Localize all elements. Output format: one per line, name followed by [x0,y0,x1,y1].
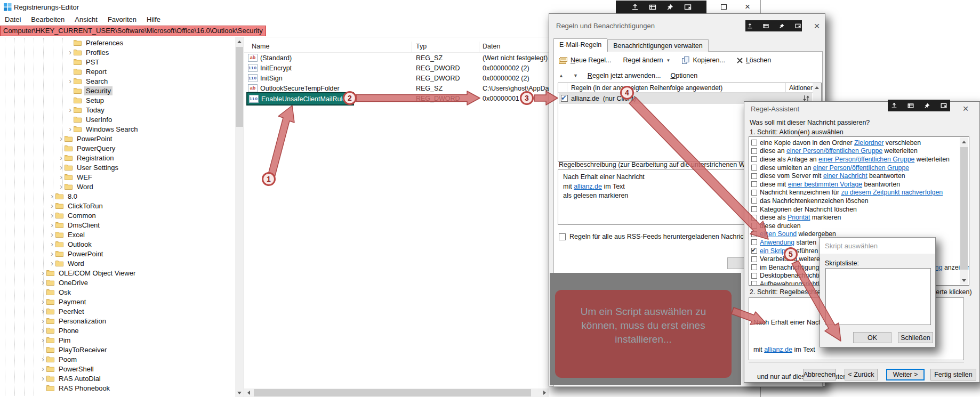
tree-item[interactable]: › Word [1,258,235,268]
expander-icon[interactable]: › [39,308,46,315]
expander-icon[interactable]: › [49,222,55,229]
column-daten[interactable]: Daten [483,43,500,50]
scroll-left-button[interactable] [244,388,253,397]
expander-icon[interactable]: › [39,298,46,305]
column-typ[interactable]: Typ [416,43,427,50]
tree-item[interactable]: › User Settings [1,163,235,172]
expander-icon[interactable]: › [39,337,46,344]
value-name-cell[interactable]: ab 110 (Standard) [246,53,295,63]
window-icon[interactable] [648,3,657,11]
expander-icon[interactable]: › [49,202,55,209]
expander-icon[interactable]: › [58,155,65,161]
scroll-up-button[interactable] [960,137,968,146]
expander-icon[interactable]: › [39,279,46,286]
scrollbar-thumb[interactable] [236,47,243,127]
tree-item[interactable]: › Registration [1,153,235,163]
value-name-cell[interactable]: ab 110 InitEncrypt [246,63,295,73]
window-icon[interactable] [907,102,914,109]
value-name-cell[interactable]: ab 110 EnableUnsafeClientMailRules [246,92,354,106]
expander-icon[interactable]: › [58,164,65,171]
expander-icon[interactable]: › [49,231,55,238]
action-item[interactable]: ✔ Kategorien der Nachricht löschen [751,205,969,214]
tree-item[interactable]: › Setup [1,95,235,105]
tree-item[interactable]: › Security [1,86,235,95]
tree-scrollbar[interactable] [235,37,244,397]
actions-column-header[interactable]: Aktionen [789,84,814,92]
scroll-down-button[interactable] [235,388,244,397]
action-checkbox[interactable]: ✔ [751,181,757,187]
action-checkbox[interactable]: ✔ [751,273,757,279]
scrollbar-thumb[interactable] [960,147,968,270]
tree-item[interactable]: › Excel [1,230,235,239]
column-separator[interactable] [479,42,479,52]
back-button[interactable]: < Zurück [845,369,878,380]
tree-item[interactable]: › PST [1,57,235,67]
rules-column-header[interactable]: Regeln (in der angezeigten Reihenfolge a… [571,84,722,92]
close-window-icon[interactable] [794,22,801,29]
window-icon[interactable] [762,22,769,29]
values-hscrollbar[interactable] [244,388,549,397]
ok-button[interactable]: OK [853,332,891,343]
action-checkbox[interactable]: ✔ [751,140,757,145]
expander-icon[interactable]: › [49,241,55,248]
tree-item[interactable]: › UserInfo [1,115,235,124]
menu-item[interactable]: Datei [5,15,21,23]
menu-item[interactable]: Ansicht [75,15,98,23]
finish-button[interactable]: Fertig stellen [930,369,976,380]
rss-checkbox[interactable]: ✔ [559,233,566,240]
tree-item[interactable]: › OLE/COM Object Viewer [1,268,235,278]
tree-item[interactable]: › PowerPoint [1,249,235,258]
tree-item[interactable]: › Pim [1,335,235,345]
expander-icon[interactable]: › [67,49,74,56]
tree-item[interactable]: › Profiles [1,47,235,57]
tree-item[interactable]: › Outlook [1,239,235,249]
tab[interactable]: E-Mail-Regeln [553,38,607,52]
tree-item[interactable]: › Search [1,76,235,86]
menu-item[interactable]: Favoriten [108,15,136,23]
popup-close-button[interactable]: Schließen [898,332,933,343]
expander-icon[interactable]: › [49,193,55,200]
dialog-close-button[interactable]: × [812,22,822,30]
close-button[interactable]: × [737,0,758,14]
action-item[interactable]: ✔ diese als Priorität markieren [751,213,969,222]
next-button[interactable]: Weiter > [886,369,925,380]
action-item[interactable]: ✔ das Nachrichtenkennzeichen löschen [751,197,969,205]
action-item[interactable]: ✔ eine Kopie davon in den Ordner Zielord… [751,139,969,147]
tree-item[interactable]: › Personalization [1,316,235,326]
tree-item[interactable]: › Payment [1,297,235,306]
pin-icon[interactable] [778,22,785,29]
expander-icon[interactable]: › [67,126,74,133]
expander-icon[interactable]: › [39,270,46,277]
rule-checkbox[interactable]: ✔ [561,95,568,102]
expander-icon[interactable]: › [49,212,55,219]
tab[interactable]: Benachrichtigungen verwalten [607,39,708,52]
action-item[interactable]: ✔ diese an einer Person/öffentlichen Gru… [751,147,969,156]
action-checkbox[interactable]: ✔ [751,223,757,229]
action-item[interactable]: ✔ diese umleiten an einer Person/öffentl… [751,164,969,172]
close-window-icon[interactable] [684,3,692,11]
pin-icon[interactable] [923,102,931,109]
action-checkbox[interactable]: ✔ [751,231,757,237]
run-rules-button[interactable]: Regeln jetzt anwenden... [588,72,661,79]
expander-icon[interactable]: › [39,318,46,325]
expander-icon[interactable]: › [49,260,55,267]
action-checkbox[interactable]: ✔ [751,165,757,171]
tree-item[interactable]: › 8.0 [1,191,235,201]
tree-item[interactable]: › PowerQuery [1,143,235,153]
tree-item[interactable]: › ClickToRun [1,201,235,210]
new-rule-button[interactable]: Neue Regel... [559,56,611,64]
action-checkbox[interactable]: ✔ [751,281,757,286]
expander-icon[interactable]: › [58,174,65,181]
tree-item[interactable]: › DmsClient [1,220,235,230]
move-down-icon[interactable]: ▼ [573,73,578,78]
tree-item[interactable]: › RAS AutoDial [1,374,235,383]
action-checkbox[interactable]: ✔ [751,248,757,254]
expander-icon[interactable]: › [39,327,46,334]
scroll-down-button[interactable] [960,276,968,285]
address-path[interactable]: Computer\HKEY_CURRENT_USER\Software\Micr… [0,26,266,36]
expander-icon[interactable]: › [67,78,74,85]
action-item[interactable]: ✔ diese drucken [751,222,969,230]
pin-icon[interactable] [666,3,674,11]
tree-item[interactable]: › Common [1,210,235,220]
action-item[interactable]: ✔ diese mit einer bestimmten Vorlage bea… [751,180,969,189]
